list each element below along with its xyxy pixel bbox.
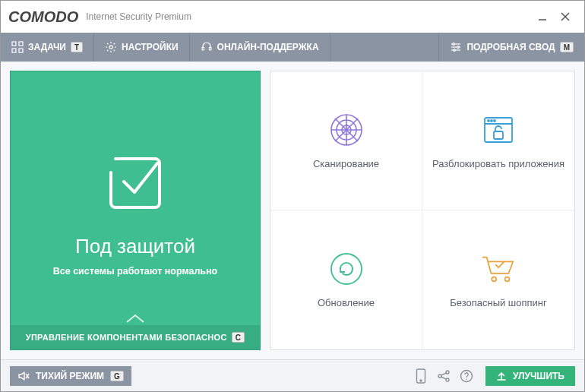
svg-point-38 <box>446 378 449 381</box>
svg-point-35 <box>420 380 422 381</box>
svg-rect-8 <box>202 47 204 50</box>
svg-point-31 <box>505 277 510 282</box>
shield-check-icon <box>97 145 173 221</box>
share-icon <box>437 369 451 383</box>
tasks-button[interactable]: ЗАДАЧИ T <box>1 33 94 62</box>
share-button[interactable] <box>432 365 455 387</box>
minimize-button[interactable] <box>531 5 554 28</box>
svg-point-26 <box>491 120 492 122</box>
mobile-button[interactable] <box>410 365 432 387</box>
settings-label: НАСТРОЙКИ <box>122 42 178 52</box>
scan-tile[interactable]: Сканирование <box>270 71 422 210</box>
mobile-icon <box>416 368 426 384</box>
svg-point-42 <box>466 378 466 379</box>
update-tile[interactable]: Обновление <box>270 210 422 349</box>
svg-rect-28 <box>494 131 503 139</box>
status-card: Под защитой Все системы работают нормаль… <box>10 71 261 350</box>
upload-icon <box>496 371 507 381</box>
headset-icon <box>201 41 213 53</box>
svg-rect-6 <box>19 49 23 52</box>
close-button[interactable] <box>554 5 577 28</box>
svg-point-29 <box>331 254 362 284</box>
support-button[interactable]: ОНЛАЙН-ПОДДЕРЖКА <box>190 33 330 62</box>
tasks-shortcut: T <box>71 42 83 52</box>
svg-line-40 <box>441 377 447 379</box>
svg-point-37 <box>446 371 449 374</box>
silent-mode-label: ТИХИЙ РЕЖИМ <box>36 371 104 381</box>
scan-label: Сканирование <box>313 158 379 171</box>
unblock-label: Разблокировать приложения <box>432 158 564 171</box>
chevron-up-icon[interactable] <box>125 313 146 324</box>
svg-rect-4 <box>19 42 23 46</box>
unblock-tile[interactable]: Разблокировать приложения <box>422 71 574 210</box>
status-title: Под защитой <box>75 235 195 258</box>
upgrade-label: УЛУЧШИТЬ <box>513 371 564 381</box>
summary-button[interactable]: ПОДРОБНАЯ СВОД M <box>438 33 584 62</box>
help-icon <box>460 369 473 383</box>
svg-rect-9 <box>209 47 211 50</box>
svg-point-14 <box>457 46 460 49</box>
cart-check-icon <box>479 251 517 287</box>
manage-security-button[interactable]: УПРАВЛЕНИЕ КОМПОНЕНТАМИ БЕЗОПАСНОС C <box>11 325 260 349</box>
mute-icon <box>17 370 30 382</box>
close-icon <box>561 12 570 21</box>
shopping-tile[interactable]: Безопасный шоппинг <box>422 210 574 349</box>
silent-mode-shortcut: G <box>110 371 124 381</box>
silent-mode-button[interactable]: ТИХИЙ РЕЖИМ G <box>10 366 131 386</box>
svg-point-36 <box>438 375 441 378</box>
support-label: ОНЛАЙН-ПОДДЕРЖКА <box>217 42 319 52</box>
manage-security-label: УПРАВЛЕНИЕ КОМПОНЕНТАМИ БЕЗОПАСНОС <box>26 333 227 342</box>
svg-point-13 <box>453 43 455 46</box>
summary-shortcut: M <box>560 42 574 52</box>
svg-line-39 <box>441 372 447 375</box>
widgets-icon <box>11 41 24 53</box>
svg-point-30 <box>492 277 496 282</box>
sliders-icon <box>450 41 462 53</box>
upgrade-button[interactable]: УЛУЧШИТЬ <box>485 366 575 386</box>
gear-icon <box>105 41 117 53</box>
radar-icon <box>328 112 365 148</box>
svg-point-25 <box>488 120 489 122</box>
svg-rect-3 <box>12 42 16 46</box>
unlock-window-icon <box>480 112 517 148</box>
status-subtitle: Все системы работают нормально <box>53 266 217 277</box>
shopping-label: Безопасный шоппинг <box>450 297 547 310</box>
update-label: Обновление <box>318 297 375 310</box>
settings-button[interactable]: НАСТРОЙКИ <box>94 33 189 62</box>
svg-point-27 <box>494 120 495 122</box>
svg-point-15 <box>454 49 456 52</box>
tasks-label: ЗАДАЧИ <box>28 42 66 52</box>
svg-rect-5 <box>12 49 16 52</box>
minimize-icon <box>538 12 547 21</box>
svg-point-7 <box>109 46 112 49</box>
manage-security-shortcut: C <box>232 332 245 343</box>
brand-logo: COMODO <box>8 8 78 26</box>
help-button[interactable] <box>455 365 478 387</box>
product-name: Internet Security Premium <box>86 11 191 22</box>
summary-label: ПОДРОБНАЯ СВОД <box>466 42 555 52</box>
refresh-icon <box>328 251 365 287</box>
